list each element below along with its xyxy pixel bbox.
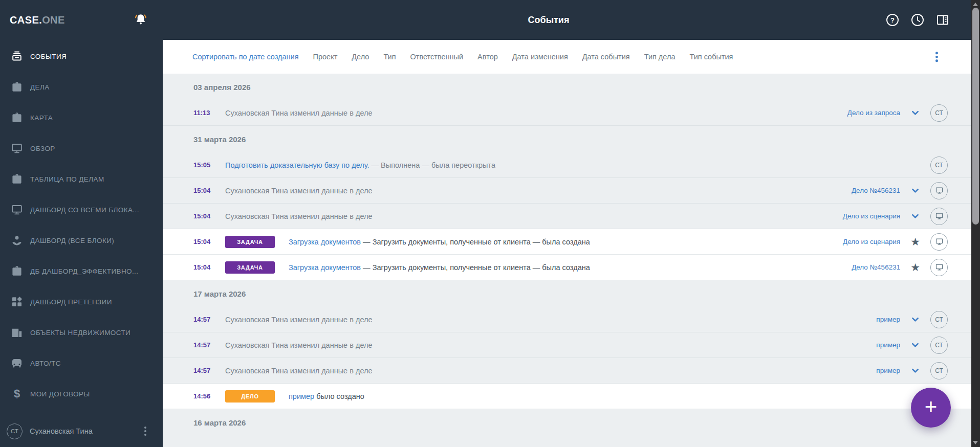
case-link[interactable]: пример <box>876 316 900 323</box>
sidebar-item-11[interactable]: $МОИ ДОГОВОРЫ <box>0 378 163 409</box>
filter-item-4[interactable]: Автор <box>477 53 498 61</box>
scrollbar-down-arrow[interactable] <box>973 441 978 444</box>
building-icon <box>10 326 24 339</box>
sidebar-item-0[interactable]: СОБЫТИЯ <box>0 41 163 72</box>
event-row-right: Дело из сценария★ <box>843 233 971 251</box>
sidebar-item-10[interactable]: АВТО/ТС <box>0 348 163 378</box>
filter-item-3[interactable]: Ответственный <box>410 53 464 61</box>
filter-item-6[interactable]: Дата события <box>582 53 630 61</box>
sidebar-item-2[interactable]: КАРТА <box>0 102 163 133</box>
briefcase-icon <box>10 172 24 186</box>
event-description: Сухановская Тина изменил данные в деле <box>225 341 373 349</box>
event-time: 15:04 <box>193 238 211 245</box>
event-time: 14:57 <box>193 341 211 349</box>
filter-item-1[interactable]: Дело <box>352 53 369 61</box>
case-link[interactable]: Дело из сценария <box>843 212 900 220</box>
sidebar-item-label: КАРТА <box>30 114 53 122</box>
main-content: Сортировать по дате создания ПроектДелоТ… <box>163 40 971 447</box>
event-row-right: Дело №456231★ <box>852 259 971 276</box>
chevron-down-icon[interactable] <box>910 108 920 118</box>
event-time: 15:04 <box>193 187 211 194</box>
chevron-down-icon[interactable] <box>910 186 920 195</box>
filter-item-7[interactable]: Тип дела <box>644 53 676 61</box>
sidebar-item-label: МОИ ДОГОВОРЫ <box>30 390 90 398</box>
user-menu-icon[interactable] <box>142 424 148 438</box>
chevron-down-icon[interactable] <box>910 340 920 350</box>
sidebar-item-1[interactable]: ДЕЛА <box>0 72 163 102</box>
user-avatar: СТ <box>930 311 948 328</box>
scrollbar-thumb[interactable] <box>972 8 979 225</box>
filter-bar: Сортировать по дате создания ПроектДелоТ… <box>163 40 971 74</box>
briefcase-icon <box>10 80 24 94</box>
filter-more-icon[interactable] <box>933 49 941 64</box>
event-row-right: примерСТ <box>876 362 971 379</box>
monitor-icon <box>10 203 24 216</box>
panel-icon[interactable] <box>936 13 949 27</box>
chevron-down-icon[interactable] <box>910 366 920 375</box>
bell-icon[interactable] <box>133 12 148 28</box>
event-row: 14:57Сухановская Тина изменил данные в д… <box>163 307 971 332</box>
sidebar-item-3[interactable]: ОБЗОР <box>0 133 163 164</box>
case-link[interactable]: пример <box>876 341 900 349</box>
svg-text:?: ? <box>890 16 895 24</box>
system-avatar-monitor-icon <box>930 208 948 225</box>
filter-item-8[interactable]: Тип события <box>689 53 733 61</box>
app-logo: CASE.ONE <box>10 0 65 40</box>
case-link[interactable]: Дело №456231 <box>852 187 900 194</box>
filter-item-0[interactable]: Проект <box>313 53 338 61</box>
event-row: 15:04ЗАДАЧАЗагрузка документов — Загрузи… <box>163 255 971 280</box>
case-link[interactable]: Дело №456231 <box>852 263 900 271</box>
event-link[interactable]: Загрузка документов <box>289 238 361 246</box>
case-link[interactable]: Дело из запроса <box>847 109 900 117</box>
sidebar-item-label: ДАШБОРД ПРЕТЕНЗИИ <box>30 298 112 306</box>
sidebar-item-5[interactable]: ДАШБОРД СО ВСЕМИ БЛОКА... <box>0 194 163 225</box>
sidebar-item-label: ОБЗОР <box>30 145 55 152</box>
event-description: Сухановская Тина изменил данные в деле <box>225 316 373 324</box>
chevron-down-icon[interactable] <box>910 315 920 324</box>
topbar: CASE.ONE События ? <box>0 0 980 40</box>
event-row-right: примерСТ <box>876 311 971 328</box>
chevron-down-icon[interactable] <box>910 211 920 221</box>
sidebar-item-6[interactable]: ДАШБОРД (ВСЕ БЛОКИ) <box>0 225 163 256</box>
event-text: — Загрузить документы, полученные от кли… <box>363 238 590 246</box>
sort-by-creation-date-link[interactable]: Сортировать по дате создания <box>192 53 299 61</box>
event-row: 11:13Сухановская Тина изменил данные в д… <box>163 100 971 126</box>
help-icon[interactable]: ? <box>886 13 899 27</box>
sidebar-item-4[interactable]: ТАБЛИЦА ПО ДЕЛАМ <box>0 164 163 194</box>
case-link[interactable]: Дело из сценария <box>843 238 900 245</box>
event-description: Загрузка документов — Загрузить документ… <box>289 263 590 272</box>
add-event-fab[interactable]: + <box>911 388 951 428</box>
star-icon[interactable]: ★ <box>910 236 920 247</box>
sidebar-item-label: СОБЫТИЯ <box>30 53 67 60</box>
event-row: 14:57Сухановская Тина изменил данные в д… <box>163 358 971 384</box>
date-group-header: 31 марта 2026 <box>163 126 971 152</box>
sidebar-item-label: ТАБЛИЦА ПО ДЕЛАМ <box>30 175 104 183</box>
scrollbar-up-arrow[interactable] <box>973 3 978 6</box>
user-avatar: СТ <box>930 104 948 122</box>
star-icon[interactable]: ★ <box>910 262 920 273</box>
page-title: События <box>485 0 612 40</box>
history-icon[interactable] <box>911 13 924 27</box>
filter-item-5[interactable]: Дата изменения <box>512 53 568 61</box>
event-text: Сухановская Тина изменил данные в деле <box>225 109 373 117</box>
spa-icon <box>10 234 24 247</box>
user-avatar: СТ <box>930 362 948 379</box>
event-link[interactable]: Загрузка документов <box>289 263 361 272</box>
event-text: Сухановская Тина изменил данные в деле <box>225 367 373 375</box>
sidebar-item-label: ДАШБОРД СО ВСЕМИ БЛОКА... <box>30 206 139 214</box>
event-description: Сухановская Тина изменил данные в деле <box>225 109 373 117</box>
case-link[interactable]: пример <box>876 367 900 374</box>
dollar-icon: $ <box>10 387 24 400</box>
event-link[interactable]: Подготовить доказательную базу по делу. <box>225 161 369 169</box>
sidebar-item-label: ДБ ДАШБОРД_ЭФФЕКТИВНО... <box>30 267 138 275</box>
event-row: 14:57Сухановская Тина изменил данные в д… <box>163 332 971 358</box>
briefcase-icon <box>10 111 24 124</box>
event-text: Сухановская Тина изменил данные в деле <box>225 212 373 220</box>
sidebar-item-9[interactable]: ОБЪЕКТЫ НЕДВИЖИМОСТИ <box>0 317 163 348</box>
event-link[interactable]: пример <box>289 392 314 400</box>
sidebar-item-7[interactable]: ДБ ДАШБОРД_ЭФФЕКТИВНО... <box>0 256 163 286</box>
filter-item-2[interactable]: Тип <box>383 53 396 61</box>
briefcase-icon <box>10 264 24 278</box>
sidebar-item-8[interactable]: ДАШБОРД ПРЕТЕНЗИИ <box>0 286 163 317</box>
sidebar-user[interactable]: СТ Сухановская Тина <box>0 415 163 447</box>
